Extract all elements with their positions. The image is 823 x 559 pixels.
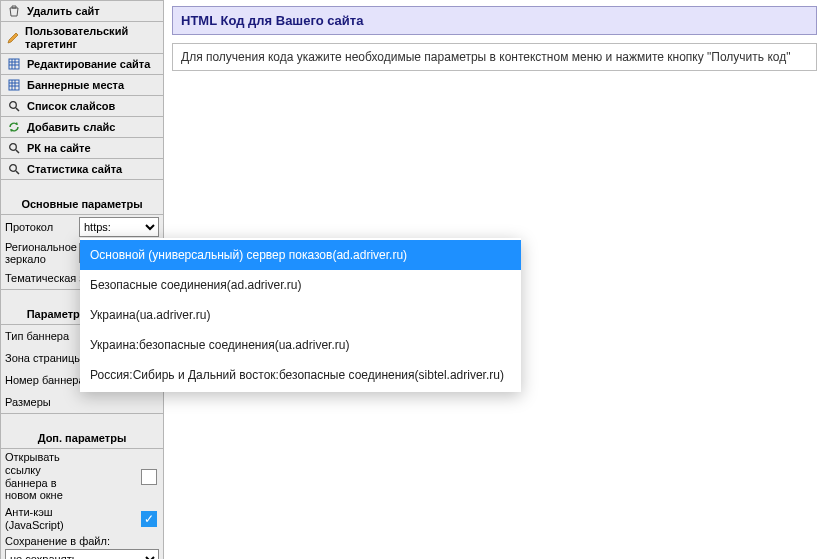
- mirror-dropdown-popup: Основной (универсальный) сервер показов(…: [80, 238, 521, 392]
- menu-label: Добавить слайс: [27, 121, 115, 133]
- pencil-icon: [7, 31, 19, 45]
- panel-hint: Для получения кода укажите необходимые п…: [172, 43, 817, 71]
- protocol-select[interactable]: https:: [79, 217, 159, 237]
- protocol-label: Протокол: [5, 221, 79, 233]
- section-main-params: Основные параметры: [0, 194, 164, 215]
- search-icon: [7, 141, 21, 155]
- anticache-checkbox[interactable]: ✓: [141, 511, 157, 527]
- svg-line-13: [16, 150, 19, 153]
- dropdown-option[interactable]: Украина:безопасные соединения(ua.adriver…: [80, 330, 521, 360]
- menu-banner-places[interactable]: Баннерные места: [0, 75, 164, 96]
- menu-label: РК на сайте: [27, 142, 91, 154]
- section-extra-params: Доп. параметры: [0, 428, 164, 449]
- panel-title: HTML Код для Вашего сайта: [172, 6, 817, 35]
- search-icon: [7, 162, 21, 176]
- open-new-label: Открывать ссылку баннера в новом окне: [5, 451, 81, 502]
- grid-icon: [7, 57, 21, 71]
- svg-point-10: [10, 102, 17, 109]
- svg-line-11: [16, 108, 19, 111]
- search-icon: [7, 99, 21, 113]
- dropdown-option[interactable]: Основной (универсальный) сервер показов(…: [80, 240, 521, 270]
- menu-delete-site[interactable]: Удалить сайт: [0, 0, 164, 22]
- save-file-select[interactable]: не сохранять: [5, 549, 159, 559]
- svg-rect-5: [9, 80, 19, 90]
- menu-user-targeting[interactable]: Пользовательский таргетинг: [0, 22, 164, 54]
- menu-label: Список слайсов: [27, 100, 115, 112]
- mirror-label: Региональное зеркало: [5, 241, 79, 265]
- svg-rect-0: [9, 59, 19, 69]
- menu-rk-on-site[interactable]: РК на сайте: [0, 138, 164, 159]
- menu-label: Пользовательский таргетинг: [25, 25, 157, 50]
- grid-icon: [7, 78, 21, 92]
- refresh-icon: [7, 120, 21, 134]
- dropdown-option[interactable]: Безопасные соединения(ad.adriver.ru): [80, 270, 521, 300]
- svg-point-14: [10, 165, 17, 172]
- menu-slice-list[interactable]: Список слайсов: [0, 96, 164, 117]
- menu-edit-site[interactable]: Редактирование сайта: [0, 54, 164, 75]
- svg-line-15: [16, 171, 19, 174]
- menu-label: Баннерные места: [27, 79, 124, 91]
- menu-site-stats[interactable]: Статистика сайта: [0, 159, 164, 180]
- menu-add-slice[interactable]: Добавить слайс: [0, 117, 164, 138]
- dropdown-option[interactable]: Украина(ua.adriver.ru): [80, 300, 521, 330]
- svg-point-12: [10, 144, 17, 151]
- menu-label: Редактирование сайта: [27, 58, 150, 70]
- dropdown-option[interactable]: Россия:Сибирь и Дальний восток:безопасны…: [80, 360, 521, 390]
- extra-params-block: Открывать ссылку баннера в новом окне Ан…: [0, 449, 164, 559]
- menu-label: Удалить сайт: [27, 5, 100, 17]
- save-file-label: Сохранение в файл:: [5, 535, 159, 547]
- anticache-label: Анти-кэш (JavaScript): [5, 506, 81, 531]
- open-new-checkbox[interactable]: [141, 469, 157, 485]
- sizes-label: Размеры: [5, 396, 159, 409]
- trash-icon: [7, 4, 21, 18]
- menu-label: Статистика сайта: [27, 163, 122, 175]
